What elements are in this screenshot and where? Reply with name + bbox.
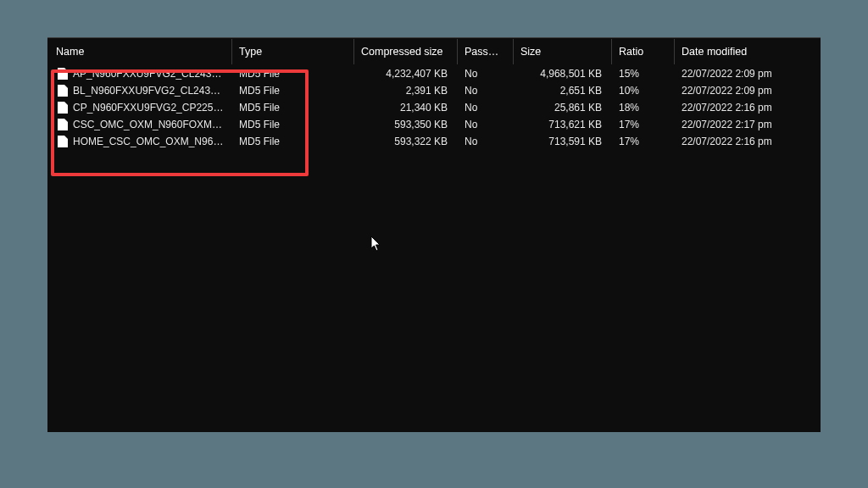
cell-ratio: 17% xyxy=(612,119,675,130)
file-name-label: CSC_OMC_OXM_N960FOXM9FVG2... xyxy=(73,119,225,130)
cell-name: AP_N960FXXU9FVG2_CL24343300_... xyxy=(47,68,232,80)
cell-password: No xyxy=(458,119,514,130)
cell-name: HOME_CSC_OMC_OXM_N960FOX... xyxy=(47,136,232,147)
cell-password: No xyxy=(458,102,514,114)
cell-type: MD5 File xyxy=(232,119,354,130)
file-name-label: BL_N960FXXU9FVG2_CL24343300_... xyxy=(73,85,225,97)
file-icon xyxy=(58,119,68,130)
cell-compressed-size: 4,232,407 KB xyxy=(354,68,458,80)
column-header-name[interactable]: Name ⌃ xyxy=(47,39,232,64)
cell-password: No xyxy=(458,85,514,97)
file-list: AP_N960FXXU9FVG2_CL24343300_... MD5 File… xyxy=(47,65,821,150)
cell-date-modified: 22/07/2022 2:09 pm xyxy=(675,68,821,80)
cell-type: MD5 File xyxy=(232,102,354,114)
file-icon xyxy=(58,136,68,147)
file-name-label: HOME_CSC_OMC_OXM_N960FOX... xyxy=(73,136,225,147)
table-row[interactable]: CP_N960FXXU9FVG2_CP22538496_... MD5 File… xyxy=(47,99,821,116)
cell-ratio: 10% xyxy=(612,85,675,97)
cell-date-modified: 22/07/2022 2:16 pm xyxy=(675,102,821,114)
column-header-name-label: Name xyxy=(56,46,84,58)
table-row[interactable]: CSC_OMC_OXM_N960FOXM9FVG2... MD5 File 59… xyxy=(47,116,821,133)
cell-size: 2,651 KB xyxy=(514,85,612,97)
file-name-label: AP_N960FXXU9FVG2_CL24343300_... xyxy=(73,68,225,80)
cell-type: MD5 File xyxy=(232,136,354,147)
column-header-compressed-size[interactable]: Compressed size xyxy=(354,39,458,64)
table-row[interactable]: HOME_CSC_OMC_OXM_N960FOX... MD5 File 593… xyxy=(47,133,821,150)
cell-compressed-size: 21,340 KB xyxy=(354,102,458,114)
cell-ratio: 15% xyxy=(612,68,675,80)
cell-ratio: 18% xyxy=(612,102,675,114)
column-header-password[interactable]: Password ... xyxy=(458,39,514,64)
column-header-type[interactable]: Type xyxy=(232,39,354,64)
file-explorer-window: Name ⌃ Type Compressed size Password ...… xyxy=(47,37,821,432)
cell-size: 4,968,501 KB xyxy=(514,68,612,80)
table-row[interactable]: AP_N960FXXU9FVG2_CL24343300_... MD5 File… xyxy=(47,65,821,82)
cell-password: No xyxy=(458,136,514,147)
cell-date-modified: 22/07/2022 2:17 pm xyxy=(675,119,821,130)
cell-name: CP_N960FXXU9FVG2_CP22538496_... xyxy=(47,102,232,114)
cell-size: 713,591 KB xyxy=(514,136,612,147)
file-icon xyxy=(58,102,68,114)
column-header-date-modified[interactable]: Date modified xyxy=(675,39,821,64)
cell-date-modified: 22/07/2022 2:09 pm xyxy=(675,85,821,97)
cell-compressed-size: 593,350 KB xyxy=(354,119,458,130)
cell-password: No xyxy=(458,68,514,80)
cell-size: 25,861 KB xyxy=(514,102,612,114)
cell-size: 713,621 KB xyxy=(514,119,612,130)
cell-ratio: 17% xyxy=(612,136,675,147)
file-name-label: CP_N960FXXU9FVG2_CP22538496_... xyxy=(73,102,225,114)
column-header-ratio[interactable]: Ratio xyxy=(612,39,675,64)
cell-compressed-size: 2,391 KB xyxy=(354,85,458,97)
cell-date-modified: 22/07/2022 2:16 pm xyxy=(675,136,821,147)
cell-name: BL_N960FXXU9FVG2_CL24343300_... xyxy=(47,85,232,97)
cell-compressed-size: 593,322 KB xyxy=(354,136,458,147)
cell-type: MD5 File xyxy=(232,85,354,97)
cell-type: MD5 File xyxy=(232,68,354,80)
table-row[interactable]: BL_N960FXXU9FVG2_CL24343300_... MD5 File… xyxy=(47,82,821,99)
sort-ascending-icon: ⌃ xyxy=(136,39,143,44)
column-header-row: Name ⌃ Type Compressed size Password ...… xyxy=(47,38,821,65)
cell-name: CSC_OMC_OXM_N960FOXM9FVG2... xyxy=(47,119,232,130)
file-icon xyxy=(58,85,68,97)
file-icon xyxy=(58,68,68,80)
column-header-size[interactable]: Size xyxy=(514,39,612,64)
